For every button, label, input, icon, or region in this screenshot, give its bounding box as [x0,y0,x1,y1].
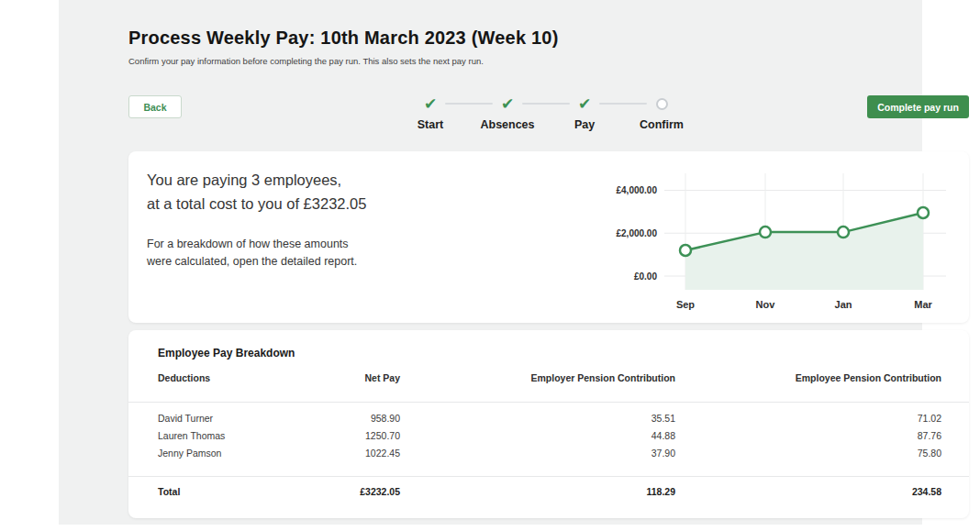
table-row: Lauren Thomas1250.7044.8887.76 [158,426,941,444]
chart-point [680,245,691,256]
y-axis-tick-label: £0.00 [634,271,657,282]
check-icon: ✔ [424,94,437,113]
chart-area-fill [685,213,923,290]
x-axis-tick-label: Nov [756,299,776,310]
pay-run-stepper: ✔ Start ✔ Absences ✔ Pay Confirm [392,94,700,131]
pay-history-chart: £0.00£2,000.00£4,000.00SepNovJanMar [605,166,953,313]
column-header-deductions: Deductions [158,372,286,383]
employee-name: Lauren Thomas [158,430,286,441]
stepper-step-start[interactable]: ✔ Start [392,94,469,131]
net-pay-value: 958.90 [286,413,400,424]
stepper-step-label: Pay [574,118,595,131]
employee-pension-value: 87.76 [675,430,941,441]
total-net-pay: £3232.05 [286,486,400,497]
summary-line-1: You are paying 3 employees, [147,168,366,192]
summary-note: For a breakdown of how these amounts wer… [147,236,357,271]
employee-pay-breakdown-card: Employee Pay Breakdown Deductions Net Pa… [128,330,969,518]
process-weekly-pay-page: Process Weekly Pay: 10th March 2023 (Wee… [0,0,980,531]
y-axis-tick-label: £4,000.00 [617,185,658,195]
content-panel: Process Weekly Pay: 10th March 2023 (Wee… [59,0,922,525]
complete-pay-run-button[interactable]: Complete pay run [867,95,969,118]
total-employer-pension: 118.29 [400,486,675,497]
employee-pension-value: 71.02 [675,413,941,424]
column-header-employee-pension: Employee Pension Contribution [675,372,941,383]
stepper-step-pay[interactable]: ✔ Pay [546,94,623,131]
chart-point [918,207,929,218]
y-axis-tick-label: £2,000.00 [617,228,658,238]
net-pay-value: 1250.70 [286,430,400,441]
page-title: Process Weekly Pay: 10th March 2023 (Wee… [128,28,559,49]
table-row: Jenny Pamson1022.4537.9075.80 [158,444,941,461]
stepper-step-confirm[interactable]: Confirm [623,94,700,131]
net-pay-value: 1022.45 [286,448,400,459]
table-row: David Turner958.9035.5171.02 [158,409,941,426]
summary-headline: You are paying 3 employees, at a total c… [147,168,366,216]
stepper-step-label: Confirm [640,118,684,131]
back-button[interactable]: Back [128,95,182,118]
x-axis-tick-label: Jan [835,299,852,310]
table-title: Employee Pay Breakdown [158,347,295,360]
stepper-step-absences[interactable]: ✔ Absences [469,94,546,131]
total-employee-pension: 234.58 [675,486,941,497]
table-body: David Turner958.9035.5171.02Lauren Thoma… [158,409,941,461]
table-total-divider [128,476,969,477]
employer-pension-value: 37.90 [400,448,675,459]
table-header-divider [128,402,969,403]
column-header-employer-pension: Employer Pension Contribution [400,372,675,383]
employer-pension-value: 44.88 [400,430,675,441]
summary-line-4: were calculated, open the detailed repor… [147,253,357,271]
employer-pension-value: 35.51 [400,413,675,424]
summary-line-2: at a total cost to you of £3232.05 [147,192,366,216]
employee-name: Jenny Pamson [158,448,286,459]
employee-name: David Turner [158,413,286,424]
x-axis-tick-label: Sep [676,299,695,310]
pay-summary-card: You are paying 3 employees, at a total c… [128,151,969,323]
employee-pension-value: 75.80 [675,448,941,459]
summary-line-3: For a breakdown of how these amounts [147,236,357,253]
table-total-row: Total £3232.05 118.29 234.58 [158,486,941,497]
page-subtitle: Confirm your pay information before comp… [128,56,484,66]
chart-point [838,227,849,238]
stepper-step-label: Absences [480,118,534,131]
check-icon: ✔ [578,94,591,113]
x-axis-tick-label: Mar [914,299,932,310]
stepper-step-label: Start [418,118,443,131]
table-header-row: Deductions Net Pay Employer Pension Cont… [158,372,941,383]
total-label: Total [158,486,286,497]
pending-circle-icon [656,94,668,113]
check-icon: ✔ [501,94,514,113]
chart-point [760,227,771,238]
column-header-net-pay: Net Pay [286,372,400,383]
